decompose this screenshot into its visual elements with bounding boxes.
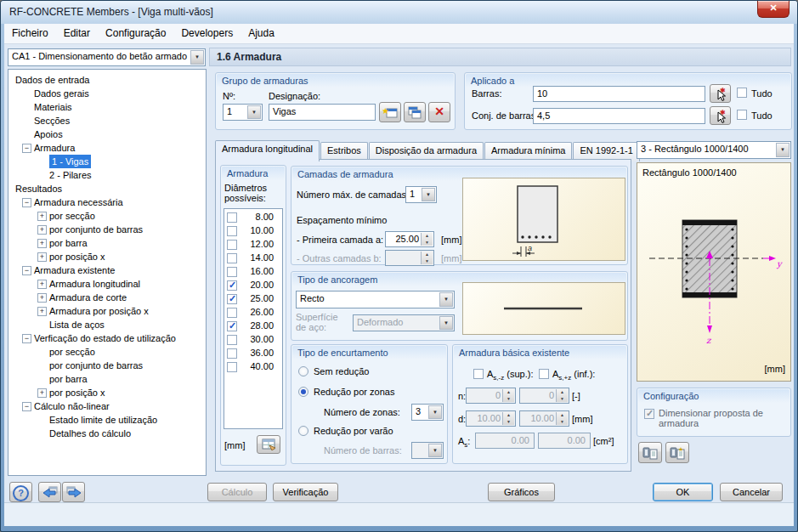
tree-item-label-seccoes[interactable]: Secções	[34, 114, 70, 127]
copy-group-button[interactable]	[404, 102, 426, 122]
tree-collapse-icon[interactable]: −	[22, 402, 31, 411]
close-button[interactable]: ✕	[757, 1, 790, 18]
tree-collapse-icon[interactable]: −	[22, 198, 31, 207]
tree-item-label-2-pilares[interactable]: 2 - Pilares	[49, 168, 92, 182]
menu-editar[interactable]: Editar	[56, 24, 98, 40]
group-number-select[interactable]: 1 ▼	[223, 104, 263, 121]
bottom-reinforcement-checkbox[interactable]	[539, 369, 549, 379]
tree-expand-icon[interactable]: +	[37, 252, 47, 262]
tree-item-label-por-barra[interactable]: por barra	[49, 372, 88, 386]
diameter-row[interactable]: 30.00	[224, 333, 282, 347]
prev-dialog-button[interactable]	[38, 482, 61, 502]
sets-all-checkbox[interactable]	[737, 110, 747, 120]
tree-item-label-calculo-nao-linear[interactable]: Cálculo não-linear	[34, 399, 110, 413]
ok-button[interactable]: OK	[653, 483, 713, 501]
tree-item-label-armadura-existente[interactable]: Armadura existente	[34, 263, 115, 277]
spinner-arrows[interactable]: ▲▼	[421, 233, 433, 246]
diameter-row[interactable]: 25.00	[224, 292, 282, 306]
diameter-row[interactable]: 12.00	[224, 238, 282, 252]
delete-group-button[interactable]: ✕	[428, 102, 450, 122]
tree-item-label-lista-de-acos[interactable]: Lista de aços	[49, 318, 105, 331]
tree-expand-icon[interactable]: +	[37, 388, 47, 398]
new-group-button[interactable]: ★	[379, 102, 401, 122]
diameter-checkbox[interactable]	[227, 280, 237, 291]
diameter-row[interactable]: 36.00	[224, 347, 282, 360]
diameter-checkbox[interactable]	[227, 212, 237, 223]
load-default-button[interactable]: ★	[665, 442, 689, 463]
diameter-checkbox[interactable]	[227, 267, 237, 277]
diameter-checkbox[interactable]	[227, 253, 237, 263]
bars-input[interactable]: 10	[533, 86, 705, 102]
tree-item-label-por-seccao[interactable]: por secção	[49, 345, 95, 359]
top-reinforcement-checkbox[interactable]	[473, 369, 484, 379]
tree-collapse-icon[interactable]: −	[22, 334, 31, 343]
section-select[interactable]: 3 - Rectângulo 1000/1400 ▼	[637, 141, 791, 159]
tree-expand-icon[interactable]: +	[37, 293, 47, 303]
diameter-row[interactable]: 10.00	[224, 224, 282, 238]
tree-item-label-por-posicao-x[interactable]: por posição x	[49, 386, 105, 399]
anchorage-type-select[interactable]: Recto ▼	[296, 291, 455, 308]
tree-item-label-por-conjunto-de-barras[interactable]: por conjunto de barras	[49, 359, 143, 372]
menu-ajuda[interactable]: Ajuda	[241, 24, 282, 40]
tree-item-label-armadura-por-posicao-x[interactable]: Armadura por posição x	[49, 304, 149, 318]
tree-item-label-dados-gerais[interactable]: Dados gerais	[34, 87, 89, 100]
help-button[interactable]: ?	[9, 482, 32, 502]
tree-item-label-verficacao-do-estado-de-utilizacao[interactable]: Verficação do estado de utilização	[34, 331, 176, 345]
tree-expand-icon[interactable]: +	[37, 280, 47, 289]
diameter-row[interactable]: 20.00	[224, 279, 282, 292]
tree-item-label-por-barra[interactable]: por barra	[49, 236, 88, 250]
max-layers-select[interactable]: 1 ▼	[405, 186, 437, 203]
graphics-button[interactable]: Gráficos	[488, 483, 555, 501]
diameter-checkbox[interactable]	[227, 240, 237, 250]
sets-input[interactable]: 4,5	[533, 108, 705, 124]
tree-item-label-materiais[interactable]: Materiais	[34, 100, 72, 114]
diameter-row[interactable]: 16.00	[224, 265, 282, 279]
no-reduction-radio[interactable]	[298, 366, 308, 376]
save-default-button[interactable]	[638, 442, 662, 463]
diameter-row[interactable]: 28.00	[224, 320, 282, 333]
tree-item-label-estado-limite-de-utilizacao[interactable]: Estado limite de utilização	[49, 413, 157, 427]
tab-armadura-longitudinal[interactable]: Armadura longitudinal	[215, 140, 320, 161]
tree-collapse-icon[interactable]: −	[22, 144, 31, 153]
diameter-checkbox[interactable]	[227, 226, 237, 236]
tree-item-label-armadura-longitudinal[interactable]: Armadura longitudinal	[49, 277, 140, 291]
tree-collapse-icon[interactable]: −	[22, 266, 31, 275]
tree-expand-icon[interactable]: +	[37, 307, 47, 316]
tree-item-label-armadura-necessaria[interactable]: Armadura necessária	[34, 195, 123, 209]
diameter-checkbox[interactable]	[227, 348, 237, 359]
tree-expand-icon[interactable]: +	[37, 239, 47, 248]
edit-diameters-button[interactable]	[257, 435, 280, 454]
select-sets-button[interactable]: ✱	[710, 106, 731, 125]
reduction-by-zones-radio[interactable]	[298, 387, 308, 397]
cancel-button[interactable]: Cancelar	[720, 483, 783, 501]
diameter-checkbox[interactable]	[227, 321, 237, 331]
first-layer-spinner[interactable]: 25.00 ▲▼	[385, 231, 434, 247]
diameter-checkbox[interactable]	[227, 335, 237, 345]
design-case-select[interactable]: CA1 - Dimensionamento do betão armado ▼	[8, 48, 206, 66]
bars-all-checkbox[interactable]	[737, 88, 747, 98]
tree-item-label-por-posicao-x[interactable]: por posição x	[49, 250, 105, 263]
tree-item-label-armadura[interactable]: Armadura	[34, 141, 75, 155]
menu-configuracao[interactable]: Configuração	[98, 24, 173, 40]
diameter-checkbox[interactable]	[227, 362, 237, 372]
reduction-by-bar-radio[interactable]	[298, 426, 308, 436]
diameter-checkbox[interactable]	[227, 308, 237, 318]
tree-item-label-apoios[interactable]: Apoios	[34, 127, 63, 141]
diameter-row[interactable]: 14.00	[224, 252, 282, 265]
select-bars-button[interactable]: ✱	[710, 84, 731, 103]
tree-item-label-por-conjunto-de-barras[interactable]: por conjunto de barras	[49, 223, 143, 236]
tree-item-label-resultados[interactable]: Resultados	[15, 182, 62, 195]
diameter-row[interactable]: 26.00	[224, 306, 282, 320]
menu-ficheiro[interactable]: Ficheiro	[4, 24, 56, 40]
tree-item-label-por-seccao[interactable]: por secção	[49, 209, 95, 223]
check-button[interactable]: Verificação	[273, 483, 338, 501]
zones-number-select[interactable]: 3 ▼	[411, 404, 444, 421]
diameter-row[interactable]: 40.00	[224, 360, 282, 374]
designation-input[interactable]: Vigas	[269, 104, 376, 121]
tree-item-label-armadura-de-corte[interactable]: Armadura de corte	[49, 291, 127, 304]
tree-item-label-dados-de-entrada[interactable]: Dados de entrada	[15, 73, 89, 87]
diameter-checkbox[interactable]	[227, 294, 237, 304]
tree-item-label-1-vigas[interactable]: 1 - Vigas	[49, 155, 91, 168]
next-dialog-button[interactable]	[62, 482, 85, 502]
diameter-row[interactable]: 8.00	[224, 211, 282, 224]
